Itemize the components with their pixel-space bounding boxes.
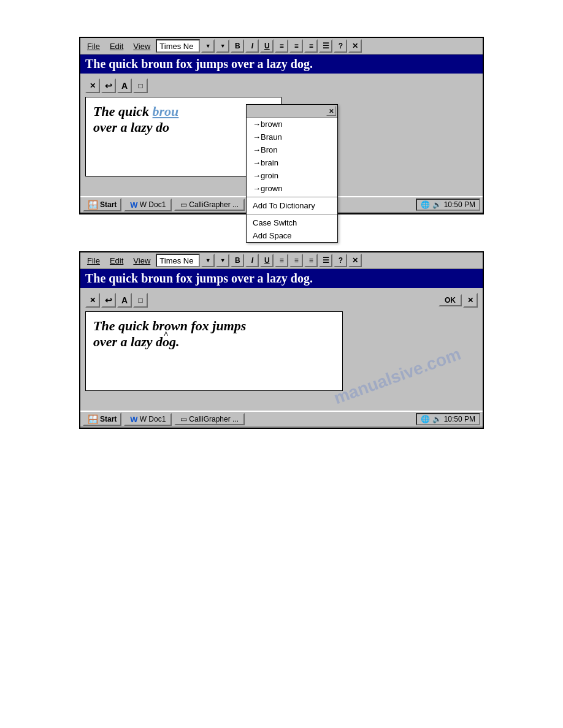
list-btn-1[interactable]: ☰ — [319, 39, 332, 53]
align-right-btn-1[interactable]: ≡ — [304, 39, 318, 53]
edit-menu-2[interactable]: Edit — [105, 255, 128, 267]
taskbar-calli-btn-1[interactable]: ▭ CalliGrapher ... — [174, 199, 245, 211]
context-menu-1: ✕ →brown →Braun →Bron →brain →groin →gro… — [246, 104, 338, 243]
case-switch-btn[interactable]: Case Switch — [247, 216, 337, 229]
volume-icon-1: 🔊 — [432, 200, 442, 209]
suggestion-brown[interactable]: →brown — [247, 118, 337, 131]
align-left-btn-2[interactable]: ≡ — [275, 254, 288, 267]
inner-close-btn-2[interactable]: ✕ — [85, 293, 100, 308]
word-icon-1: W — [130, 200, 137, 210]
calli-icon-2: ▭ — [180, 415, 187, 423]
help-btn-2[interactable]: ? — [334, 254, 347, 267]
inner-undo-btn-2[interactable]: ↩ — [101, 293, 116, 308]
context-menu-divider-1 — [247, 197, 337, 197]
taskbar-clock-1: 🌐 🔊 10:50 PM — [416, 199, 480, 211]
italic-btn-2[interactable]: I — [245, 254, 259, 267]
suggestion-bron[interactable]: →Bron — [247, 143, 337, 156]
font-dropdown-1[interactable]: ▼ — [201, 39, 215, 53]
align-center-btn-1[interactable]: ≡ — [289, 39, 303, 53]
add-space-btn[interactable]: Add Space — [247, 229, 337, 242]
doc-text-line2-2: over a lazy do^g. — [93, 334, 335, 350]
suggestion-brain[interactable]: →brain — [247, 156, 337, 169]
font-dropdown-2[interactable]: ▼ — [201, 254, 215, 267]
watermark-text: manualsive.com — [331, 344, 464, 409]
suggestion-braun[interactable]: →Braun — [247, 131, 337, 143]
size-dropdown-1[interactable]: ▼ — [216, 39, 229, 53]
bold-btn-2[interactable]: B — [231, 254, 244, 267]
edit-menu-1[interactable]: Edit — [105, 40, 128, 52]
inner-toolbar-1: ✕ ↩ A □ — [85, 78, 478, 93]
file-menu-1[interactable]: File — [83, 40, 104, 52]
context-menu-header-1: ✕ — [247, 105, 337, 118]
window-1: File Edit View Times Ne ▼ ▼ B I U ≡ ≡ ≡ … — [79, 37, 484, 214]
word-icon-2: W — [130, 415, 137, 424]
underline-btn-2[interactable]: U — [260, 254, 274, 267]
context-menu-close-btn-1[interactable]: ✕ — [326, 106, 336, 116]
calli-icon-1: ▭ — [180, 200, 187, 209]
doc-text-line1-2: The quick brown fox jumps — [93, 318, 335, 334]
view-menu-2[interactable]: View — [129, 255, 155, 267]
taskbar-clock-2: 🌐 🔊 10:50 PM — [416, 413, 480, 425]
add-to-dictionary-btn[interactable]: Add To Dictionary — [247, 199, 337, 212]
start-btn-1[interactable]: 🪟 Start — [83, 198, 121, 211]
view-menu-1[interactable]: View — [129, 40, 155, 52]
underline-btn-1[interactable]: U — [260, 39, 274, 53]
file-menu-2[interactable]: File — [83, 255, 104, 267]
inner-toolbar-2: ✕ ↩ A □ OK ✕ — [85, 293, 478, 308]
inner-undo-btn-1[interactable]: ↩ — [101, 78, 116, 93]
network-icon-2: 🌐 — [421, 415, 430, 423]
taskbar-2: 🪟 Start W W Doc1 ▭ CalliGrapher ... 🌐 🔊 … — [80, 411, 483, 428]
font-selector-2[interactable]: Times Ne — [156, 254, 200, 267]
inner-rect-btn-1[interactable]: □ — [133, 78, 148, 93]
start-btn-2[interactable]: 🪟 Start — [83, 412, 121, 426]
doc-area-1: ✕ ↩ A □ The quick brou over a lazy do ✕ … — [80, 74, 483, 196]
window-2: File Edit View Times Ne ▼ ▼ B I U ≡ ≡ ≡ … — [79, 251, 484, 429]
misspelled-word-1: brou — [153, 104, 179, 119]
ok-btn-2[interactable]: OK — [439, 294, 462, 306]
inner-x-btn-2[interactable]: ✕ — [463, 293, 478, 308]
inner-close-btn-1[interactable]: ✕ — [85, 78, 100, 93]
close-window-btn-1[interactable]: ✕ — [348, 39, 362, 53]
win-flag-icon-1: 🪟 — [88, 200, 98, 210]
help-btn-1[interactable]: ? — [334, 39, 347, 53]
doc-area-2: ✕ ↩ A □ OK ✕ The quick brown fox jumps o… — [80, 288, 483, 411]
inner-font-btn-1[interactable]: A — [117, 78, 132, 93]
align-center-btn-2[interactable]: ≡ — [289, 254, 303, 267]
network-icon-1: 🌐 — [421, 200, 430, 209]
inner-font-btn-2[interactable]: A — [117, 293, 132, 308]
suggestion-grown[interactable]: →grown — [247, 182, 337, 195]
doc-textbox-2: The quick brown fox jumps over a lazy do… — [85, 311, 343, 391]
bold-btn-1[interactable]: B — [231, 39, 244, 53]
align-left-btn-1[interactable]: ≡ — [275, 39, 288, 53]
taskbar-doc1-btn-1[interactable]: W W Doc1 — [124, 199, 172, 211]
main-toolbar-2: File Edit View Times Ne ▼ ▼ B I U ≡ ≡ ≡ … — [80, 252, 483, 269]
close-window-btn-2[interactable]: ✕ — [348, 254, 362, 267]
taskbar-calli-btn-2[interactable]: ▭ CalliGrapher ... — [174, 413, 245, 425]
italic-btn-1[interactable]: I — [245, 39, 259, 53]
main-toolbar-1: File Edit View Times Ne ▼ ▼ B I U ≡ ≡ ≡ … — [80, 38, 483, 55]
align-right-btn-2[interactable]: ≡ — [304, 254, 318, 267]
taskbar-doc1-btn-2[interactable]: W W Doc1 — [124, 413, 172, 426]
context-menu-divider-2 — [247, 214, 337, 214]
font-selector-1[interactable]: Times Ne — [156, 39, 200, 53]
selected-text-bar-2: The quick broun fox jumps over a lazy do… — [80, 269, 483, 288]
win-flag-icon-2: 🪟 — [88, 414, 98, 424]
inner-rect-btn-2[interactable]: □ — [133, 293, 148, 308]
size-dropdown-2[interactable]: ▼ — [216, 254, 229, 267]
list-btn-2[interactable]: ☰ — [319, 254, 332, 267]
selected-text-bar-1: The quick broun fox jumps over a lazy do… — [80, 55, 483, 74]
suggestion-groin[interactable]: →groin — [247, 169, 337, 182]
volume-icon-2: 🔊 — [432, 415, 442, 423]
